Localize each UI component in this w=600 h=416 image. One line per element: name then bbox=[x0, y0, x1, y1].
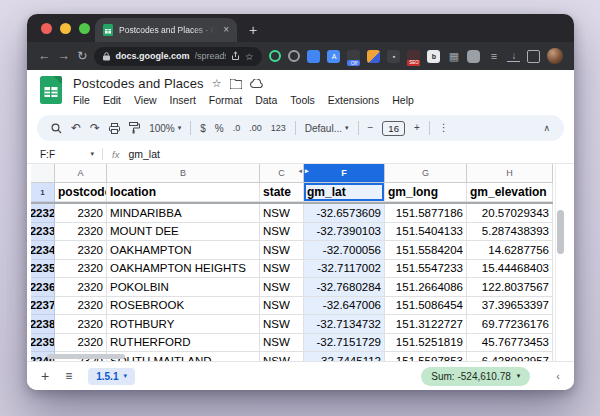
extensions-puzzle-icon[interactable] bbox=[467, 50, 480, 63]
profile-avatar[interactable] bbox=[547, 48, 563, 64]
menu-item[interactable]: Help bbox=[392, 94, 414, 106]
cell-gm-elevation[interactable]: 20.57029343 bbox=[467, 204, 553, 223]
row-header[interactable]: 2238 bbox=[31, 315, 55, 334]
undo-icon[interactable]: ↶ bbox=[71, 122, 81, 134]
row-header[interactable]: 2234 bbox=[31, 241, 55, 260]
share-icon[interactable] bbox=[231, 51, 240, 61]
cell-g1[interactable]: gm_long bbox=[385, 183, 467, 202]
cell-location[interactable]: RUTHERFORD bbox=[107, 334, 260, 353]
ext-video-icon[interactable]: ▪ bbox=[387, 50, 400, 63]
cell-gm-elevation[interactable]: 5.287438393 bbox=[467, 223, 553, 242]
column-header-b[interactable]: B bbox=[107, 164, 260, 183]
hide-toolbar-icon[interactable]: ∧ bbox=[543, 123, 550, 133]
back-icon[interactable]: ← bbox=[38, 50, 51, 63]
cell-postcode[interactable]: 2320 bbox=[55, 278, 107, 297]
ext-translate-icon[interactable]: A bbox=[327, 50, 340, 63]
ext-dark-off-icon[interactable]: Off bbox=[347, 50, 360, 63]
cell-gm-long[interactable]: 151.2664086 bbox=[385, 278, 467, 297]
increase-decimals-button[interactable]: .00 bbox=[249, 123, 262, 133]
browser-tab[interactable]: Postcodes and Places - Googl × bbox=[95, 18, 237, 42]
browser-menu-icon[interactable]: ⋮ bbox=[570, 50, 574, 63]
collapse-panel-icon[interactable]: ‹ bbox=[556, 370, 560, 382]
cell-gm-lat[interactable]: -32.7390103 bbox=[304, 223, 385, 242]
cell-state[interactable]: NSW bbox=[260, 315, 304, 334]
format-percent-button[interactable]: % bbox=[215, 123, 224, 134]
cell-postcode[interactable]: 2320 bbox=[55, 204, 107, 223]
menu-item[interactable]: View bbox=[134, 94, 157, 106]
cell-state[interactable]: NSW bbox=[260, 278, 304, 297]
horizontal-scrollbar-thumb[interactable] bbox=[47, 354, 125, 359]
menu-item[interactable]: Edit bbox=[103, 94, 121, 106]
ext-seo-icon[interactable]: SEO bbox=[407, 50, 420, 63]
column-header-h[interactable]: H bbox=[467, 164, 553, 183]
row-header[interactable]: 2235 bbox=[31, 260, 55, 279]
close-window-button[interactable] bbox=[41, 23, 52, 34]
cell-c1[interactable]: state bbox=[260, 183, 304, 202]
row-header[interactable]: 1 bbox=[31, 183, 55, 202]
sheet-tab-active[interactable]: 1.5.1 ▾ bbox=[88, 368, 135, 385]
star-icon[interactable]: ☆ bbox=[212, 77, 222, 90]
decrease-decimals-button[interactable]: .0 bbox=[233, 123, 241, 133]
column-header-a[interactable]: A bbox=[55, 164, 107, 183]
cell-gm-lat[interactable]: -32.7151729 bbox=[304, 334, 385, 353]
paint-format-icon[interactable] bbox=[129, 122, 140, 134]
menu-item[interactable]: Tools bbox=[290, 94, 315, 106]
sidebar-toggle-icon[interactable] bbox=[527, 50, 540, 63]
cell-location[interactable]: SOUTH MAITLAND bbox=[107, 352, 260, 361]
cell-gm-elevation[interactable]: 37.39653397 bbox=[467, 297, 553, 316]
print-icon[interactable] bbox=[109, 123, 120, 134]
more-toolbar-icon[interactable]: ⋮ bbox=[439, 123, 449, 133]
cell-state[interactable]: NSW bbox=[260, 260, 304, 279]
font-select[interactable]: Defaul... ▾ bbox=[305, 123, 349, 134]
row-header[interactable]: 2232 bbox=[31, 204, 55, 223]
cell-postcode[interactable]: 2320 bbox=[55, 334, 107, 353]
ext-grid-icon[interactable]: ▦ bbox=[447, 50, 460, 63]
cell-gm-elevation[interactable]: 6.428092957 bbox=[467, 352, 553, 361]
hidden-columns-right-icon[interactable]: ▸ bbox=[305, 167, 309, 174]
maximize-window-button[interactable] bbox=[79, 23, 90, 34]
row-header[interactable]: 2237 bbox=[31, 297, 55, 316]
downloads-icon[interactable]: ↓ bbox=[507, 51, 520, 62]
cell-postcode[interactable]: 2320 bbox=[55, 260, 107, 279]
cell-state[interactable]: NSW bbox=[260, 297, 304, 316]
new-tab-button[interactable]: + bbox=[249, 22, 257, 38]
vertical-scrollbar[interactable] bbox=[555, 164, 566, 361]
cell-gm-lat[interactable]: -32.647006 bbox=[304, 297, 385, 316]
column-header-c[interactable]: C◂ bbox=[260, 164, 304, 183]
redo-icon[interactable]: ↷ bbox=[90, 122, 100, 134]
vertical-scrollbar-thumb[interactable] bbox=[557, 210, 564, 254]
close-tab-icon[interactable]: × bbox=[223, 25, 229, 35]
cell-location[interactable]: OAKHAMPTON bbox=[107, 241, 260, 260]
cell-gm-elevation[interactable]: 45.76773453 bbox=[467, 334, 553, 353]
cell-gm-long[interactable]: 151.5877186 bbox=[385, 204, 467, 223]
cell-gm-elevation[interactable]: 122.8037567 bbox=[467, 278, 553, 297]
cell-gm-elevation[interactable]: 14.6287756 bbox=[467, 241, 553, 260]
menu-item[interactable]: File bbox=[73, 94, 90, 106]
address-bar[interactable]: docs.google.com/spreadsh... ☆ bbox=[94, 47, 262, 66]
cell-gm-lat[interactable]: -32.6573609 bbox=[304, 204, 385, 223]
cell-gm-long[interactable]: 151.5597853 bbox=[385, 352, 467, 361]
row-header[interactable]: 2233 bbox=[31, 223, 55, 242]
minimize-window-button[interactable] bbox=[60, 23, 71, 34]
row-header[interactable]: 2236 bbox=[31, 278, 55, 297]
cell-location[interactable]: OAKHAMPTON HEIGHTS bbox=[107, 260, 260, 279]
name-box[interactable]: F:F ▾ bbox=[40, 149, 102, 160]
move-folder-icon[interactable] bbox=[230, 79, 242, 89]
cell-postcode[interactable]: 2320 bbox=[55, 223, 107, 242]
cell-gm-elevation[interactable]: 69.77236176 bbox=[467, 315, 553, 334]
cell-state[interactable]: NSW bbox=[260, 223, 304, 242]
hidden-columns-left-icon[interactable]: ◂ bbox=[298, 167, 302, 174]
tab-list-icon[interactable]: ≡ bbox=[487, 50, 500, 63]
cell-gm-lat[interactable]: -32.7445112 bbox=[304, 352, 385, 361]
document-title[interactable]: Postcodes and Places bbox=[73, 76, 204, 91]
cell-gm-long[interactable]: 151.5547233 bbox=[385, 260, 467, 279]
cell-postcode[interactable]: 2320 bbox=[55, 315, 107, 334]
cell-a1[interactable]: postcode bbox=[55, 183, 107, 202]
select-all-corner[interactable] bbox=[31, 164, 55, 183]
menu-item[interactable]: Format bbox=[209, 94, 242, 106]
row-header[interactable]: 2239 bbox=[31, 334, 55, 353]
increase-font-size-button[interactable]: + bbox=[414, 123, 420, 133]
cell-state[interactable]: NSW bbox=[260, 204, 304, 223]
forward-icon[interactable]: → bbox=[58, 50, 71, 63]
add-sheet-icon[interactable]: + bbox=[41, 369, 49, 383]
